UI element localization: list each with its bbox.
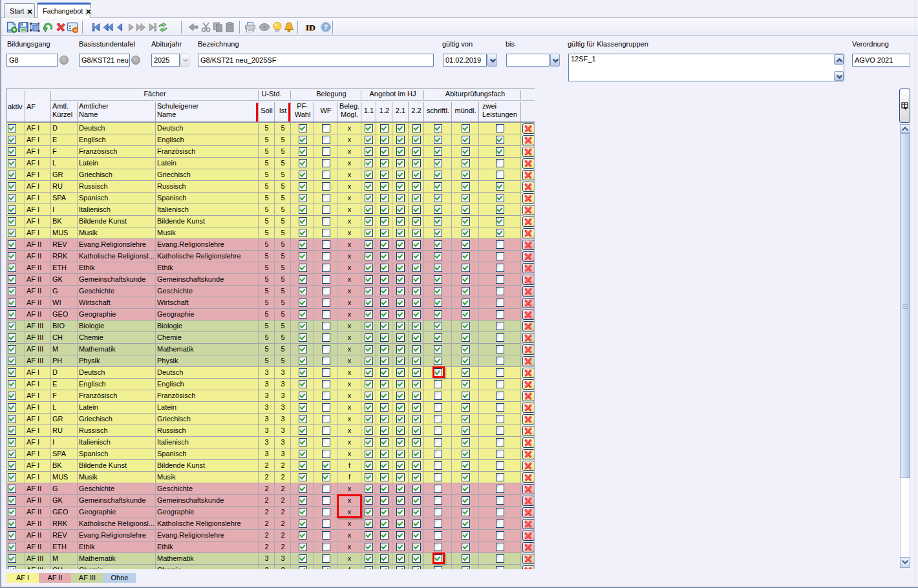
svg-text:?: ?: [324, 24, 328, 31]
